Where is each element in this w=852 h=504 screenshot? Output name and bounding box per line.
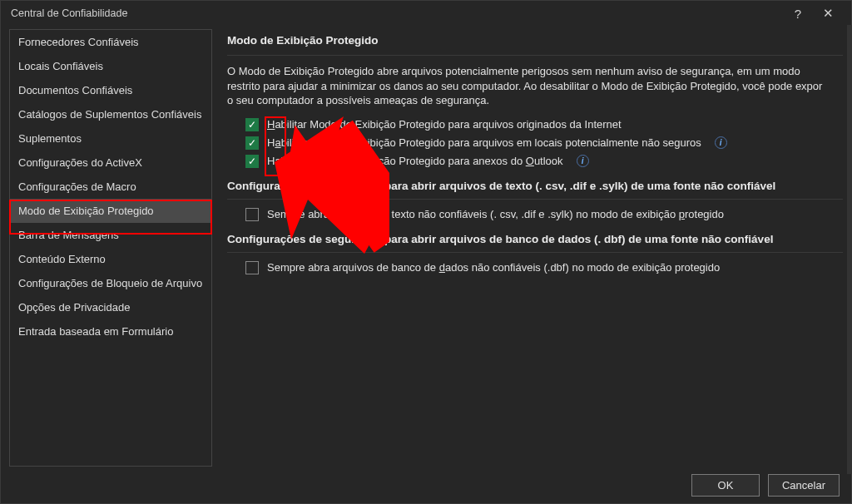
cancel-button[interactable]: Cancelar xyxy=(768,474,840,497)
info-icon[interactable] xyxy=(577,155,589,167)
titlebar: Central de Confiabilidade ? ✕ xyxy=(1,1,851,26)
section-heading: Modo de Exibição Protegido xyxy=(227,34,843,47)
db-files-heading: Configurações de segurança para abrir ar… xyxy=(227,233,843,245)
sidebar-item[interactable]: Catálogos de Suplementos Confiáveis xyxy=(10,102,211,126)
content-pane: Modo de Exibição Protegido O Modo de Exi… xyxy=(227,29,843,467)
dialog-footer: OK Cancelar xyxy=(1,467,851,503)
divider xyxy=(227,55,843,56)
dialog-body: Fornecedores ConfiáveisLocais Confiáveis… xyxy=(1,26,851,467)
sidebar-item[interactable]: Configurações de Macro xyxy=(10,175,211,199)
info-icon[interactable] xyxy=(715,136,727,149)
checkbox-unchecked-icon[interactable] xyxy=(245,261,259,274)
sidebar-item[interactable]: Configurações do ActiveX xyxy=(10,151,211,175)
sidebar-item[interactable]: Locais Confiáveis xyxy=(10,54,211,78)
protected-view-options: Habilitar Modo de Exibição Protegido par… xyxy=(227,118,843,168)
protected-view-option[interactable]: Habilitar Modo de Exibição Protegido par… xyxy=(245,118,843,131)
sidebar-item[interactable]: Entrada baseada em Formulário xyxy=(10,319,211,343)
sidebar-item[interactable]: Documentos Confiáveis xyxy=(10,78,211,102)
sidebar-item[interactable]: Opções de Privacidade xyxy=(10,295,211,319)
text-files-option[interactable]: Sempre abra arquivos de texto não confiá… xyxy=(245,208,843,221)
close-button[interactable]: ✕ xyxy=(813,6,843,21)
protected-view-option[interactable]: Habilitar Modo de Exibição Protegido par… xyxy=(245,155,843,168)
divider xyxy=(227,252,843,253)
ok-button[interactable]: OK xyxy=(691,474,760,497)
help-button[interactable]: ? xyxy=(783,7,813,21)
sidebar: Fornecedores ConfiáveisLocais Confiáveis… xyxy=(9,29,212,467)
divider xyxy=(227,199,843,200)
option-label: Habilitar Modo de Exibição Protegido par… xyxy=(267,136,701,149)
option-label: Habilitar Modo de Exibição Protegido par… xyxy=(267,118,622,131)
option-label: Habilitar Modo de Exibição Protegido par… xyxy=(267,155,563,167)
trust-center-dialog: Central de Confiabilidade ? ✕ Fornecedor… xyxy=(0,0,852,504)
checkbox-unchecked-icon[interactable] xyxy=(245,208,259,221)
sidebar-item[interactable]: Fornecedores Confiáveis xyxy=(10,30,211,54)
sidebar-item[interactable]: Modo de Exibição Protegido xyxy=(10,199,211,223)
scrollbar-track[interactable] xyxy=(847,25,852,474)
sidebar-item[interactable]: Barra de Mensagens xyxy=(10,223,211,247)
sidebar-item[interactable]: Conteúdo Externo xyxy=(10,247,211,271)
db-files-option-label: Sempre abra arquivos de banco de dados n… xyxy=(267,261,720,274)
sidebar-item[interactable]: Configurações de Bloqueio de Arquivo xyxy=(10,271,211,295)
text-files-option-label: Sempre abra arquivos de texto não confiá… xyxy=(267,208,724,220)
section-description: O Modo de Exibição Protegido abre arquiv… xyxy=(227,64,826,108)
dialog-title: Central de Confiabilidade xyxy=(11,7,783,19)
checkbox-checked-icon[interactable] xyxy=(245,155,259,168)
db-files-option[interactable]: Sempre abra arquivos de banco de dados n… xyxy=(245,261,843,274)
checkbox-checked-icon[interactable] xyxy=(245,118,259,131)
checkbox-checked-icon[interactable] xyxy=(245,136,259,150)
text-files-heading: Configurações de segurança para abrir ar… xyxy=(227,180,843,192)
protected-view-option[interactable]: Habilitar Modo de Exibição Protegido par… xyxy=(245,136,843,150)
sidebar-item[interactable]: Suplementos xyxy=(10,126,211,151)
